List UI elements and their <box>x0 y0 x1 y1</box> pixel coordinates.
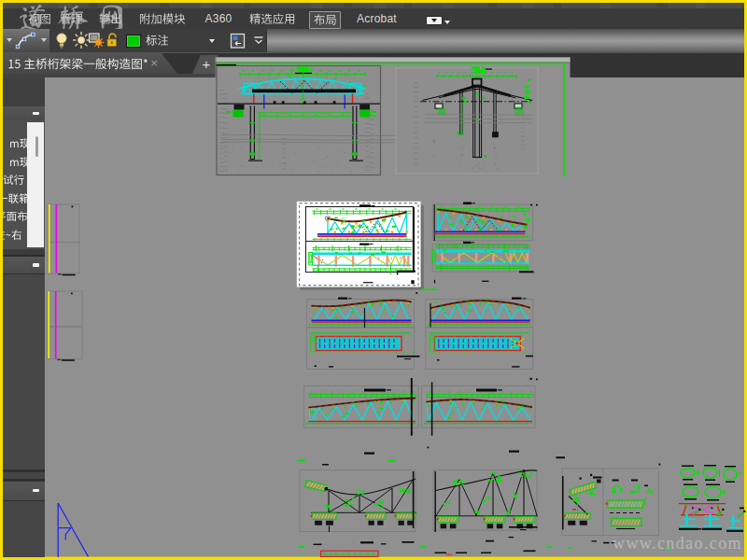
cluster-truss-deck-right <box>426 298 533 370</box>
layer-combo[interactable] <box>121 32 219 49</box>
sheet-list-item[interactable] <box>3 189 27 208</box>
palette-section-body-2 <box>3 273 45 470</box>
left-palette <box>3 78 46 556</box>
file-tab-label <box>7 56 148 72</box>
layer-combo-label <box>146 33 169 48</box>
cluster-truss-deck-left <box>307 298 420 370</box>
scrollbar-thumb[interactable] <box>35 136 38 157</box>
spline-icon[interactable] <box>15 31 37 50</box>
collapse-minus-icon[interactable] <box>33 112 39 116</box>
sheet-list-item[interactable] <box>3 226 27 245</box>
file-tab-bar: × + <box>3 53 744 78</box>
caret-down-icon[interactable] <box>41 38 47 42</box>
ribbon-tab-4[interactable]: A360 <box>203 8 234 29</box>
ribbon-tab-label <box>249 11 296 26</box>
ribbon-tab-3[interactable] <box>135 11 190 27</box>
caret-down-icon[interactable] <box>7 38 12 42</box>
ribbon-tab-5[interactable] <box>246 11 300 27</box>
unlock-icon[interactable] <box>105 32 120 49</box>
ribbon-toolbar <box>3 29 744 54</box>
viewport-pier-elevation <box>396 63 564 177</box>
cluster-details-mid <box>562 469 659 536</box>
ribbon-tab-label <box>314 12 337 27</box>
ribbon-tab-label <box>139 11 186 26</box>
layer-freeze-icon[interactable] <box>88 32 105 49</box>
palette-section-header-2[interactable] <box>3 257 45 273</box>
ribbon-tab-6[interactable] <box>309 11 342 29</box>
sheet-list-item-label <box>9 155 27 169</box>
ribbon-overflow-dropdown[interactable] <box>426 16 443 25</box>
ribbon-tab-label: A360 <box>205 12 233 25</box>
cluster-truss-elevation-right <box>422 385 536 427</box>
palette-sheet-list <box>3 120 45 249</box>
blue-sketch-polyline <box>58 503 88 557</box>
ribbon-overflow-caret-icon[interactable] <box>444 21 450 24</box>
scatter-marks <box>297 447 744 557</box>
ribbon-tab-bar: A360 Acrobat <box>3 8 744 30</box>
cluster-truss-layout-right <box>432 203 538 284</box>
collapse-minus-icon[interactable] <box>33 263 39 267</box>
caret-down-icon <box>431 19 437 22</box>
ribbon-collapse-icon[interactable] <box>253 36 264 46</box>
light-bulb-icon[interactable] <box>55 32 68 49</box>
sheet-list-item[interactable] <box>3 207 27 226</box>
sheet-list-item-label <box>3 173 24 187</box>
palette-top <box>3 78 45 107</box>
new-tab-button[interactable]: + <box>192 55 220 75</box>
divider-vlines <box>412 378 538 436</box>
drawing-canvas[interactable]: www.cndao.com <box>0 0 747 560</box>
sheet-list-item[interactable] <box>3 134 27 153</box>
sheet-list-item[interactable] <box>3 153 27 172</box>
layer-states-icon[interactable] <box>230 33 248 50</box>
palette-divider <box>3 472 45 479</box>
sheet-list-item-label <box>3 191 27 205</box>
cluster-anchor-span-right <box>433 469 538 532</box>
palette-section-header-3[interactable] <box>3 482 45 500</box>
canvas-background[interactable] <box>45 58 744 557</box>
cluster-left-strips <box>47 204 82 360</box>
cluster-truss-elevation-left <box>304 385 419 427</box>
sheet-list-item-label <box>3 209 27 223</box>
ribbon-tab-label: Acrobat <box>357 12 397 25</box>
selected-sheet-paper[interactable] <box>297 202 437 294</box>
sheet-list-item[interactable] <box>3 171 27 189</box>
sheet-list-item-label <box>9 136 27 150</box>
spline-tool-group[interactable] <box>3 29 50 52</box>
palette-section-body-3 <box>3 500 45 558</box>
palette-section-header-1[interactable] <box>3 106 45 120</box>
file-tab-close-icon[interactable]: × <box>148 56 161 70</box>
palette-scrollbar[interactable] <box>27 122 44 247</box>
sheet-list-item-label <box>3 228 22 242</box>
color-swatch <box>126 35 141 48</box>
cluster-anchor-span-left <box>300 470 416 532</box>
cluster-bearing-details <box>679 466 745 531</box>
ribbon-tab-7[interactable]: Acrobat <box>353 8 402 29</box>
canvas-watermark-text: www.cndao.com <box>613 534 742 553</box>
caret-down-icon <box>209 39 215 43</box>
collapse-minus-icon[interactable] <box>33 489 39 493</box>
viewport-bridge-elevation <box>217 63 565 175</box>
palette-divider <box>3 249 45 257</box>
